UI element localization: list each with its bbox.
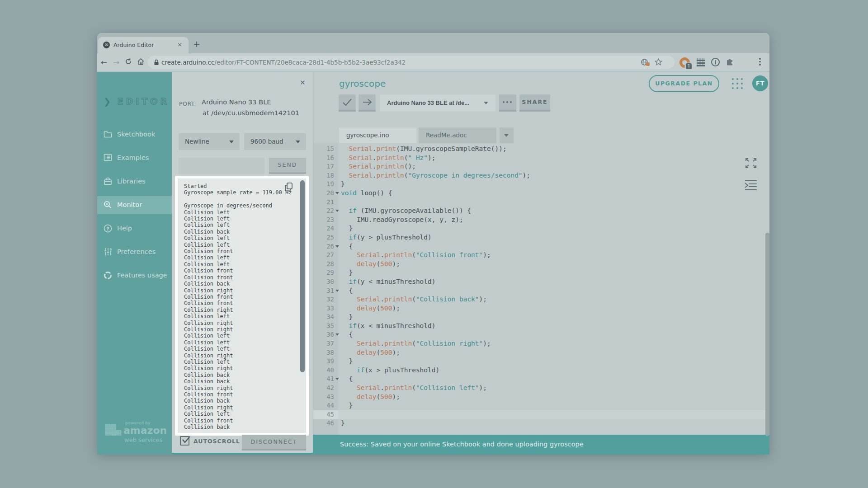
url-text: create.arduino.cc/editor/FT-CONTENT/20e8… xyxy=(161,59,406,66)
editor-main: gyroscope UPGRADE PLAN FT Arduino Nano 3… xyxy=(313,72,769,435)
serial-message-input[interactable] xyxy=(179,158,264,174)
editor-logo: ❯ EDITOR xyxy=(104,96,170,106)
verify-button[interactable] xyxy=(339,94,356,112)
tab-title: Arduino Editor xyxy=(113,42,154,48)
back-icon[interactable]: ← xyxy=(101,58,107,67)
fullscreen-icon[interactable] xyxy=(744,157,758,171)
disconnect-button[interactable]: DISCONNECT xyxy=(242,435,306,450)
console-scrollbar[interactable] xyxy=(300,180,305,372)
editor-scrollbar[interactable] xyxy=(765,233,769,436)
browser-tabstrip: ∞ Arduino Editor × + xyxy=(97,33,769,53)
status-message: Success: Saved on your online Sketchbook… xyxy=(340,441,584,448)
port-label: PORT: xyxy=(179,100,196,107)
list-icon xyxy=(104,154,113,163)
panel-close-icon[interactable]: ✕ xyxy=(300,79,306,87)
folder-icon xyxy=(104,130,113,139)
user-avatar[interactable]: FT xyxy=(752,75,768,91)
sidebar-item-monitor[interactable]: Monitor xyxy=(97,196,172,214)
sketch-title: gyroscope xyxy=(339,78,386,89)
browser-toolbar: ← → create.arduino.cc/editor/FT-CONTENT/… xyxy=(97,53,769,71)
autoscroll-checkbox[interactable] xyxy=(180,436,189,446)
serial-console: Started Gyroscope sample rate = 119.00 H… xyxy=(175,176,309,436)
extension-badge: 1 xyxy=(686,63,692,69)
sidebar-item-features-usage[interactable]: Features usage xyxy=(97,267,172,285)
more-options-button[interactable] xyxy=(499,94,516,112)
sidebar-item-sketchbook[interactable]: Sketchbook xyxy=(97,126,172,144)
format-code-icon[interactable] xyxy=(744,179,758,193)
tab-readme-adoc[interactable]: ReadMe.adoc xyxy=(419,127,496,143)
line-numbers: 1516171819202122232425262728293031323334… xyxy=(313,145,334,428)
browser-window: ∞ Arduino Editor × + ← → create.arduino.… xyxy=(97,33,769,455)
lock-icon xyxy=(154,59,159,67)
home-icon[interactable] xyxy=(137,58,145,67)
forward-icon[interactable]: → xyxy=(113,58,119,67)
arduino-favicon: ∞ xyxy=(103,42,110,48)
tabs-dropdown-button[interactable] xyxy=(500,127,514,143)
upgrade-plan-button[interactable]: UPGRADE PLAN xyxy=(649,75,719,92)
url-bar[interactable]: create.arduino.cc/editor/FT-CONTENT/20e8… xyxy=(148,56,675,69)
magnifier-icon xyxy=(104,201,113,210)
translate-badge xyxy=(646,62,650,66)
sidebar-item-examples[interactable]: Examples xyxy=(97,149,172,167)
port-name: Arduino Nano 33 BLE xyxy=(202,99,271,106)
aws-cubes-icon: ▦▦▦▦▦ xyxy=(104,424,121,436)
arduino-editor-page: ❯ EDITOR SketchbookExamplesLibrariesMoni… xyxy=(97,71,769,455)
sidebar-item-preferences[interactable]: Preferences xyxy=(97,243,172,261)
board-selector[interactable]: Arduino Nano 33 BLE at /de... xyxy=(380,94,495,112)
sidebar: ❯ EDITOR SketchbookExamplesLibrariesMoni… xyxy=(97,72,172,455)
svg-text:?: ? xyxy=(106,226,109,232)
code-editor[interactable]: Serial.print(IMU.gyroscopeSampleRate());… xyxy=(341,145,530,428)
port-path: at /dev/cu.usbmodem142101 xyxy=(203,109,299,117)
reload-icon[interactable] xyxy=(125,58,132,67)
sidebar-item-help[interactable]: ?Help xyxy=(97,220,172,238)
autoscroll-label: AUTOSCROLL xyxy=(193,438,240,445)
extension-qr-icon[interactable] xyxy=(697,58,705,66)
apps-grid-icon[interactable] xyxy=(732,78,734,80)
tab-close-icon[interactable]: × xyxy=(177,41,182,48)
new-tab-button[interactable]: + xyxy=(193,39,200,49)
bookmark-star-icon[interactable] xyxy=(654,58,663,68)
sidebar-item-libraries[interactable]: Libraries xyxy=(97,173,172,191)
donut-icon xyxy=(104,271,113,280)
sliders-icon xyxy=(104,248,113,257)
monitor-panel: ✕ PORT: Arduino Nano 33 BLE at /dev/cu.u… xyxy=(172,72,313,453)
line-ending-select[interactable]: Newline xyxy=(179,133,240,150)
baud-rate-select[interactable]: 9600 baud xyxy=(244,133,306,150)
tab-gyroscope-ino[interactable]: gyroscope.ino xyxy=(339,127,416,143)
chevron-down-icon xyxy=(484,102,488,104)
question-icon: ? xyxy=(104,224,113,233)
copy-icon[interactable] xyxy=(284,182,293,194)
chevron-down-icon xyxy=(296,141,300,143)
browser-menu-icon[interactable] xyxy=(759,58,761,67)
box-icon xyxy=(104,177,113,186)
upload-button[interactable] xyxy=(359,94,376,112)
chevron-down-icon xyxy=(229,141,234,143)
extension-info-icon[interactable] xyxy=(711,58,720,66)
browser-tab[interactable]: ∞ Arduino Editor × xyxy=(98,37,189,53)
console-output[interactable]: Started Gyroscope sample rate = 119.00 H… xyxy=(178,178,306,433)
send-button[interactable]: SEND xyxy=(269,158,306,174)
share-button[interactable]: SHARE xyxy=(519,94,550,112)
extensions-puzzle-icon[interactable] xyxy=(725,58,734,69)
